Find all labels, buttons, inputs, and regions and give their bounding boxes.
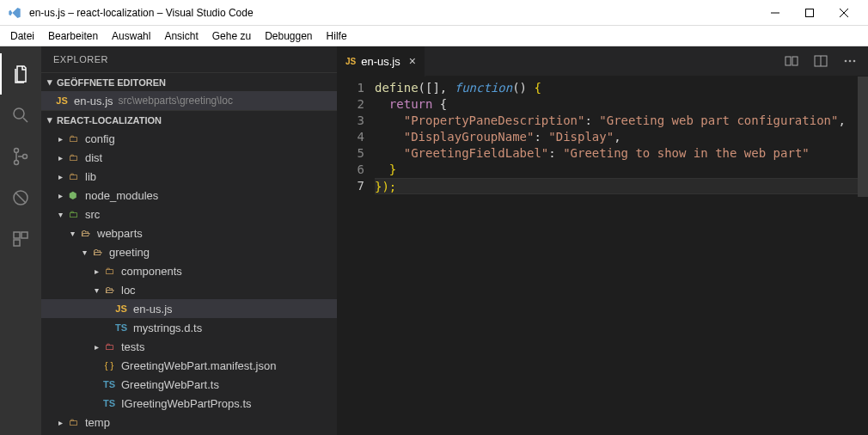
svg-rect-12: [21, 232, 28, 238]
ts-file-icon: TS: [102, 396, 116, 410]
svg-rect-1: [806, 9, 814, 16]
chevron-down-icon: ▾: [79, 248, 89, 257]
line-gutter: 1 2 3 4 5 6 7: [337, 80, 375, 435]
extensions-activity-icon[interactable]: [0, 218, 41, 260]
folder-tests[interactable]: ▸🗀tests: [41, 337, 337, 356]
folder-icon: 🗀: [102, 264, 116, 278]
menu-debuggen[interactable]: Debuggen: [258, 28, 319, 45]
open-editors-label: GEÖFFNETE EDITOREN: [57, 77, 166, 88]
activity-bar: [0, 46, 41, 435]
folder-temp[interactable]: ▸🗀temp: [41, 413, 337, 432]
folder-node-modules[interactable]: ▸⬢node_modules: [41, 186, 337, 205]
file-greetingwebpart-ts[interactable]: TSGreetingWebPart.ts: [41, 375, 337, 394]
scm-activity-icon[interactable]: [0, 136, 41, 177]
search-activity-icon[interactable]: [0, 95, 41, 136]
svg-rect-14: [785, 57, 791, 65]
svg-rect-13: [14, 240, 20, 246]
folder-src[interactable]: ▾🗀src: [41, 205, 337, 224]
debug-activity-icon[interactable]: [0, 177, 41, 218]
open-editor-name: en-us.js: [74, 95, 113, 107]
maximize-button[interactable]: [792, 1, 827, 25]
window-title: en-us.js – react-localization – Visual S…: [29, 7, 758, 19]
chevron-right-icon: ▸: [55, 191, 65, 200]
svg-rect-15: [792, 57, 798, 65]
svg-line-10: [15, 193, 26, 203]
file-tree: ▸🗀config ▸🗀dist ▸🗀lib ▸⬢node_modules ▾🗀s…: [41, 129, 337, 432]
chevron-right-icon: ▸: [55, 418, 65, 427]
chevron-right-icon: ▸: [55, 134, 65, 144]
minimize-button[interactable]: [758, 1, 792, 25]
svg-point-8: [23, 155, 28, 159]
chevron-down-icon: ▾: [45, 77, 55, 88]
chevron-down-icon: ▾: [55, 210, 65, 219]
editor-area: JS en-us.js × 1 2 3 4 5 6 7 define([], f…: [337, 46, 868, 435]
open-editor-file[interactable]: JS en-us.js src\webparts\greeting\loc: [41, 91, 337, 110]
svg-point-20: [853, 60, 856, 63]
open-editors-section[interactable]: ▾ GEÖFFNETE EDITOREN: [41, 72, 337, 91]
ts-file-icon: TS: [114, 321, 128, 334]
folder-open-icon: 🗁: [102, 283, 116, 297]
src-folder-icon: 🗀: [66, 207, 80, 221]
tab-label: en-us.js: [361, 55, 400, 68]
chevron-down-icon: ▾: [45, 114, 55, 126]
ts-file-icon: TS: [102, 377, 116, 391]
file-en-us-js[interactable]: JSen-us.js: [41, 299, 337, 318]
explorer-sidebar: EXPLORER ▾ GEÖFFNETE EDITOREN JS en-us.j…: [41, 46, 337, 435]
svg-point-7: [15, 161, 19, 165]
open-editor-path: src\webparts\greeting\loc: [119, 95, 233, 107]
folder-open-icon: 🗁: [78, 226, 92, 240]
folder-webparts[interactable]: ▾🗁webparts: [41, 224, 337, 242]
folder-config[interactable]: ▸🗀config: [41, 129, 337, 148]
folder-icon: 🗀: [66, 169, 80, 183]
node-modules-icon: ⬢: [66, 188, 80, 202]
minimap-thumb[interactable]: [858, 77, 868, 197]
split-editor-icon[interactable]: [811, 52, 830, 70]
menu-ansicht[interactable]: Ansicht: [157, 28, 205, 45]
vscode-logo-icon: [7, 5, 22, 21]
chevron-right-icon: ▸: [55, 172, 65, 181]
explorer-title: EXPLORER: [41, 46, 337, 72]
folder-lib[interactable]: ▸🗀lib: [41, 167, 337, 186]
chevron-right-icon: ▸: [91, 342, 101, 352]
chevron-down-icon: ▾: [91, 285, 101, 295]
code-editor[interactable]: 1 2 3 4 5 6 7 define([], function() { re…: [337, 77, 868, 435]
folder-components[interactable]: ▸🗀components: [41, 261, 337, 280]
project-section[interactable]: ▾ REACT-LOCALIZATION: [41, 110, 337, 129]
chevron-right-icon: ▸: [91, 267, 101, 276]
menu-auswahl[interactable]: Auswahl: [105, 28, 157, 45]
folder-icon: 🗀: [66, 150, 80, 164]
menu-hilfe[interactable]: Hilfe: [320, 28, 354, 45]
folder-dist[interactable]: ▸🗀dist: [41, 148, 337, 167]
tab-bar: JS en-us.js ×: [337, 46, 868, 77]
svg-point-6: [15, 149, 19, 153]
code-content: define([], function() { return { "Proper…: [375, 80, 868, 435]
close-tab-icon[interactable]: ×: [409, 54, 416, 68]
folder-open-icon: 🗁: [90, 245, 104, 259]
js-file-icon: JS: [55, 94, 69, 107]
folder-icon: 🗀: [66, 132, 80, 145]
menu-gehezu[interactable]: Gehe zu: [205, 28, 258, 45]
chevron-right-icon: ▸: [55, 153, 65, 162]
svg-point-19: [849, 60, 852, 63]
tests-folder-icon: 🗀: [102, 340, 116, 353]
tab-en-us-js[interactable]: JS en-us.js ×: [337, 46, 425, 77]
file-manifest-json[interactable]: { }GreetingWebPart.manifest.json: [41, 356, 337, 375]
menu-datei[interactable]: Datei: [3, 28, 41, 45]
svg-line-5: [23, 118, 28, 122]
window-controls: [758, 1, 861, 25]
svg-rect-11: [14, 232, 20, 238]
folder-greeting[interactable]: ▾🗁greeting: [41, 242, 337, 261]
folder-loc[interactable]: ▾🗁loc: [41, 280, 337, 299]
file-mystrings[interactable]: TSmystrings.d.ts: [41, 318, 337, 337]
chevron-down-icon: ▾: [67, 229, 77, 238]
json-file-icon: { }: [102, 358, 116, 372]
svg-point-4: [14, 108, 24, 119]
minimap[interactable]: [858, 77, 868, 435]
explorer-activity-icon[interactable]: [0, 53, 41, 95]
folder-icon: 🗀: [66, 415, 80, 429]
compare-icon[interactable]: [782, 52, 801, 70]
menu-bearbeiten[interactable]: Bearbeiten: [41, 28, 105, 45]
close-button[interactable]: [827, 1, 861, 25]
more-actions-icon[interactable]: [840, 52, 859, 70]
file-igreetingwebpartprops-ts[interactable]: TSIGreetingWebPartProps.ts: [41, 394, 337, 413]
